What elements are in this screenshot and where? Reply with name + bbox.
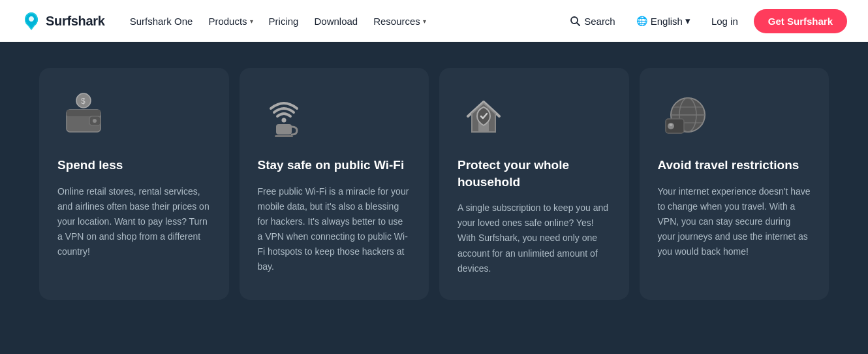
navbar: Surfshark Surfshark One Products ▾ Prici…: [0, 0, 868, 42]
get-surfshark-button[interactable]: Get Surfshark: [754, 9, 847, 33]
card-avoid-restrictions-title: Avoid travel restrictions: [658, 157, 811, 174]
card-stay-safe-wifi: Stay safe on public Wi-Fi Free public Wi…: [240, 68, 429, 300]
svg-text:$: $: [81, 97, 85, 106]
card-spend-less-body: Online retail stores, rental services, a…: [57, 184, 211, 259]
resources-chevron-icon: ▾: [423, 18, 426, 25]
nav-item-surfshark-one[interactable]: Surfshark One: [123, 12, 200, 31]
svg-line-2: [577, 23, 580, 25]
nav-right: Search 🌐 English ▾ Log in Get Surfshark: [565, 9, 847, 33]
globe-card-icon: [658, 89, 710, 141]
logo-text: Surfshark: [46, 14, 105, 29]
card-avoid-restrictions-body: Your internet experience doesn't have to…: [658, 184, 811, 259]
svg-rect-7: [67, 110, 101, 116]
card-protect-household-title: Protect your whole household: [457, 157, 611, 190]
svg-point-10: [281, 118, 286, 123]
card-avoid-restrictions: Avoid travel restrictions Your internet …: [640, 68, 829, 300]
language-chevron-icon: ▾: [685, 15, 690, 27]
card-spend-less: $ Spend less Online retail stores, renta…: [39, 68, 229, 300]
svg-rect-12: [275, 135, 293, 137]
card-stay-safe-wifi-body: Free public Wi-Fi is a miracle for your …: [258, 184, 411, 275]
search-button[interactable]: Search: [565, 12, 621, 31]
products-chevron-icon: ▾: [250, 18, 253, 25]
card-protect-household: Protect your whole household A single su…: [439, 68, 629, 300]
svg-text:🌐: 🌐: [636, 16, 648, 27]
search-icon: [570, 16, 580, 26]
translate-icon: 🌐: [636, 15, 648, 27]
house-shield-icon: [457, 89, 510, 141]
nav-item-products[interactable]: Products ▾: [202, 12, 259, 31]
login-link[interactable]: Log in: [706, 12, 743, 31]
logo-icon: [21, 10, 42, 31]
nav-item-pricing[interactable]: Pricing: [262, 12, 305, 31]
wifi-icon: [258, 89, 310, 141]
nav-links: Surfshark One Products ▾ Pricing Downloa…: [123, 12, 565, 31]
card-spend-less-title: Spend less: [57, 157, 211, 174]
card-stay-safe-wifi-title: Stay safe on public Wi-Fi: [258, 157, 411, 174]
main-content: $ Spend less Online retail stores, renta…: [0, 42, 868, 354]
language-selector[interactable]: 🌐 English ▾: [631, 11, 696, 31]
svg-rect-11: [276, 124, 292, 135]
card-protect-household-body: A single subscription to keep you and yo…: [457, 201, 611, 276]
wallet-icon: $: [57, 89, 110, 141]
svg-point-9: [93, 119, 97, 123]
cards-grid: $ Spend less Online retail stores, renta…: [39, 68, 829, 300]
nav-item-download[interactable]: Download: [307, 12, 364, 31]
logo[interactable]: Surfshark: [21, 10, 105, 31]
nav-item-resources[interactable]: Resources ▾: [367, 12, 433, 31]
